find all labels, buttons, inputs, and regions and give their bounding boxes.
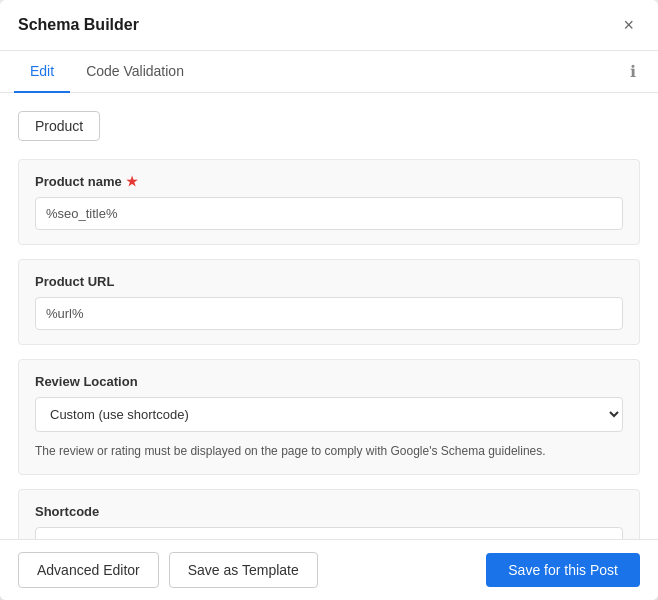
tab-edit[interactable]: Edit <box>14 51 70 93</box>
modal-header: Schema Builder × <box>0 0 658 51</box>
modal-footer: Advanced Editor Save as Template Save fo… <box>0 539 658 600</box>
close-button[interactable]: × <box>617 14 640 36</box>
schema-type-badge: Product <box>18 111 100 141</box>
review-location-hint: The review or rating must be displayed o… <box>35 442 623 460</box>
product-name-field-group: Product name ★ <box>18 159 640 245</box>
product-url-field-group: Product URL <box>18 259 640 345</box>
review-location-select[interactable]: Custom (use shortcode) Default Other <box>35 397 623 432</box>
modal-title: Schema Builder <box>18 16 139 34</box>
save-as-template-button[interactable]: Save as Template <box>169 552 318 588</box>
tabs-bar: Edit Code Validation ℹ <box>0 51 658 93</box>
tab-code-validation[interactable]: Code Validation <box>70 51 200 93</box>
review-location-field-group: Review Location Custom (use shortcode) D… <box>18 359 640 475</box>
advanced-editor-button[interactable]: Advanced Editor <box>18 552 159 588</box>
product-url-label: Product URL <box>35 274 623 289</box>
required-indicator: ★ <box>126 174 138 189</box>
product-name-label: Product name ★ <box>35 174 623 189</box>
shortcode-label: Shortcode <box>35 504 623 519</box>
schema-builder-modal: Schema Builder × Edit Code Validation ℹ … <box>0 0 658 600</box>
review-location-label: Review Location <box>35 374 623 389</box>
shortcode-field-group: Shortcode <box>18 489 640 539</box>
product-name-input[interactable] <box>35 197 623 230</box>
product-url-input[interactable] <box>35 297 623 330</box>
info-icon[interactable]: ℹ <box>622 54 644 89</box>
footer-left-buttons: Advanced Editor Save as Template <box>18 552 318 588</box>
modal-body: Product Product name ★ Product URL Revie… <box>0 93 658 539</box>
save-for-post-button[interactable]: Save for this Post <box>486 553 640 587</box>
shortcode-input[interactable] <box>35 527 623 539</box>
